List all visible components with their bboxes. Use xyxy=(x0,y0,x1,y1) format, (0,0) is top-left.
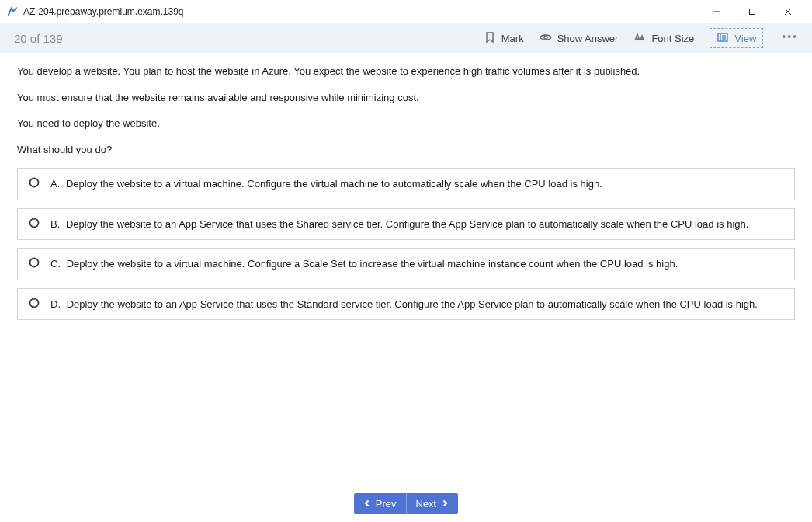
svg-rect-1 xyxy=(750,9,755,14)
maximize-button[interactable] xyxy=(734,0,770,23)
next-button[interactable]: Next xyxy=(407,493,459,514)
question-counter: 20 of 139 xyxy=(14,32,484,45)
show-answer-button[interactable]: Show Answer xyxy=(540,28,619,48)
prev-button[interactable]: Prev xyxy=(354,493,407,514)
answer-letter: B. xyxy=(50,218,60,230)
answer-option-d[interactable]: D. Deploy the website to an App Service … xyxy=(17,288,795,321)
window-controls xyxy=(699,0,806,23)
question-paragraph: You need to deploy the website. xyxy=(17,116,795,131)
mark-button[interactable]: Mark xyxy=(484,28,524,48)
question-paragraph: You develop a website. You plan to host … xyxy=(17,64,795,79)
mark-label: Mark xyxy=(501,33,524,44)
svg-point-13 xyxy=(30,298,39,307)
answer-option-a[interactable]: A. Deploy the website to a virtual machi… xyxy=(17,168,795,200)
close-button[interactable] xyxy=(770,0,806,23)
chevron-right-icon xyxy=(441,498,449,510)
eye-icon xyxy=(540,31,552,46)
font-size-button[interactable]: Font Size xyxy=(633,28,694,48)
more-button[interactable]: ••• xyxy=(779,30,801,46)
answer-text: Deploy the website to an App Service tha… xyxy=(67,298,758,310)
view-icon xyxy=(717,31,729,46)
question-content: You develop a website. You plan to host … xyxy=(0,53,812,485)
svg-point-10 xyxy=(30,179,39,187)
footer: Prev Next xyxy=(0,485,812,522)
radio-icon xyxy=(29,218,40,231)
next-label: Next xyxy=(416,498,437,510)
answer-text: Deploy the website to an App Service tha… xyxy=(66,218,748,230)
chevron-left-icon xyxy=(363,498,371,510)
answer-letter: C. xyxy=(50,258,61,270)
svg-point-12 xyxy=(30,259,39,267)
minimize-button[interactable] xyxy=(699,0,734,23)
question-paragraph: You must ensure that the website remains… xyxy=(17,90,795,106)
view-label: View xyxy=(734,33,756,44)
radio-icon xyxy=(29,177,40,190)
show-answer-label: Show Answer xyxy=(557,33,619,44)
svg-point-4 xyxy=(544,36,547,39)
toolbar-actions: Mark Show Answer Font Size View ••• xyxy=(484,28,812,48)
answer-option-b[interactable]: B. Deploy the website to an App Service … xyxy=(17,208,795,241)
radio-icon xyxy=(29,298,40,311)
app-icon xyxy=(6,5,19,18)
title-bar: AZ-204.prepaway.premium.exam.139q xyxy=(0,0,812,23)
prev-label: Prev xyxy=(376,498,397,510)
nav-buttons: Prev Next xyxy=(354,493,458,514)
font-size-icon xyxy=(633,31,646,46)
bookmark-icon xyxy=(484,31,496,46)
answer-text: Deploy the website to a virtual machine.… xyxy=(66,178,602,190)
radio-icon xyxy=(29,257,40,270)
svg-point-11 xyxy=(30,218,39,227)
view-button[interactable]: View xyxy=(710,28,763,48)
question-paragraph: What should you do? xyxy=(17,142,795,158)
answer-letter: D. xyxy=(50,298,61,310)
answer-text: Deploy the website to a virtual machine.… xyxy=(67,258,678,270)
answer-option-c[interactable]: C. Deploy the website to a virtual machi… xyxy=(17,248,795,280)
toolbar: 20 of 139 Mark Show Answer Font Size Vie… xyxy=(0,23,812,53)
answer-letter: A. xyxy=(50,178,60,190)
font-size-label: Font Size xyxy=(651,33,694,44)
answer-list: A. Deploy the website to a virtual machi… xyxy=(17,168,795,320)
window-title: AZ-204.prepaway.premium.exam.139q xyxy=(23,6,699,17)
